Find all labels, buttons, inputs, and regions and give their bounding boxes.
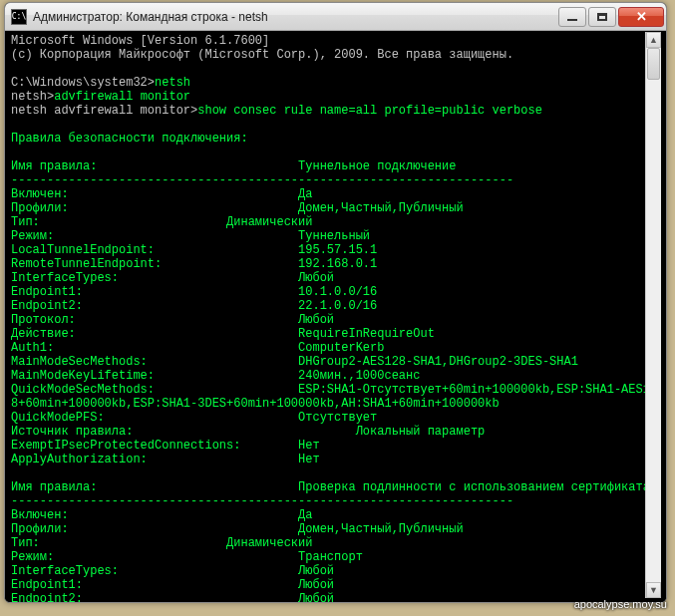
scroll-down-button[interactable]: ▼ (646, 582, 661, 598)
vertical-scrollbar[interactable]: ▲ ▼ (645, 32, 661, 598)
maximize-icon (597, 13, 607, 21)
scroll-thumb[interactable] (647, 48, 660, 80)
console-output: Microsoft Windows [Version 6.1.7600] (c)… (11, 34, 660, 602)
maximize-button[interactable] (588, 7, 616, 27)
minimize-button[interactable] (558, 7, 586, 27)
minimize-icon (567, 19, 577, 21)
titlebar[interactable]: C:\ Администратор: Командная строка - ne… (5, 3, 666, 31)
watermark: apocalypse.moy.su (574, 598, 667, 610)
scroll-track[interactable] (646, 48, 661, 582)
close-icon: ✕ (636, 10, 647, 23)
cmd-icon: C:\ (11, 9, 27, 25)
console-body[interactable]: Microsoft Windows [Version 6.1.7600] (c)… (5, 31, 666, 602)
window-title: Администратор: Командная строка - netsh (33, 10, 268, 24)
scroll-up-button[interactable]: ▲ (646, 32, 661, 48)
close-button[interactable]: ✕ (618, 7, 664, 27)
cmd-window: C:\ Администратор: Командная строка - ne… (4, 2, 667, 603)
